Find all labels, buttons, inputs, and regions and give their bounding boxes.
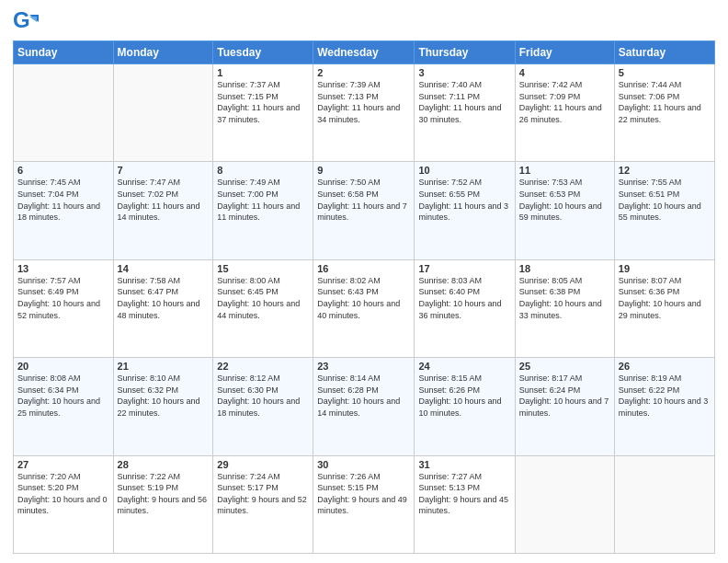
calendar-cell: 12Sunrise: 7:55 AM Sunset: 6:51 PM Dayli…: [614, 162, 714, 259]
day-number: 8: [217, 165, 309, 176]
day-info: Sunrise: 8:07 AM Sunset: 6:36 PM Dayligh…: [619, 275, 711, 321]
day-info: Sunrise: 7:45 AM Sunset: 7:04 PM Dayligh…: [17, 177, 109, 223]
day-number: 16: [317, 263, 410, 274]
week-row-3: 13Sunrise: 7:57 AM Sunset: 6:49 PM Dayli…: [14, 259, 715, 357]
day-number: 2: [317, 67, 410, 78]
week-row-2: 6Sunrise: 7:45 AM Sunset: 7:04 PM Daylig…: [14, 162, 715, 259]
day-info: Sunrise: 7:50 AM Sunset: 6:58 PM Dayligh…: [317, 177, 410, 223]
day-info: Sunrise: 8:00 AM Sunset: 6:45 PM Dayligh…: [217, 275, 309, 321]
day-info: Sunrise: 7:53 AM Sunset: 6:53 PM Dayligh…: [519, 177, 610, 223]
day-info: Sunrise: 7:49 AM Sunset: 7:00 PM Dayligh…: [217, 177, 309, 223]
day-header-tuesday: Tuesday: [213, 41, 313, 64]
day-info: Sunrise: 8:17 AM Sunset: 6:24 PM Dayligh…: [519, 373, 610, 419]
day-number: 10: [418, 165, 510, 176]
svg-marker-2: [29, 17, 37, 22]
day-number: 3: [418, 67, 510, 78]
calendar-cell: 20Sunrise: 8:08 AM Sunset: 6:34 PM Dayli…: [14, 358, 114, 455]
calendar-cell: 1Sunrise: 7:37 AM Sunset: 7:15 PM Daylig…: [213, 64, 313, 162]
day-number: 13: [17, 263, 109, 274]
day-number: 28: [118, 459, 210, 470]
day-info: Sunrise: 7:27 AM Sunset: 5:13 PM Dayligh…: [418, 471, 510, 517]
day-number: 31: [418, 459, 510, 470]
calendar-cell: 7Sunrise: 7:47 AM Sunset: 7:02 PM Daylig…: [113, 162, 213, 259]
calendar-cell: 29Sunrise: 7:24 AM Sunset: 5:17 PM Dayli…: [213, 455, 313, 553]
day-info: Sunrise: 7:52 AM Sunset: 6:55 PM Dayligh…: [418, 177, 510, 223]
day-info: Sunrise: 7:20 AM Sunset: 5:20 PM Dayligh…: [17, 471, 109, 517]
calendar-cell: 28Sunrise: 7:22 AM Sunset: 5:19 PM Dayli…: [113, 455, 213, 553]
calendar-cell: [614, 455, 714, 553]
day-number: 30: [317, 459, 410, 470]
day-info: Sunrise: 8:15 AM Sunset: 6:26 PM Dayligh…: [418, 373, 510, 419]
page: G SundayMondayTuesdayWednesdayThursdayFr…: [0, 0, 728, 563]
calendar-cell: 9Sunrise: 7:50 AM Sunset: 6:58 PM Daylig…: [313, 162, 415, 259]
calendar-cell: 5Sunrise: 7:44 AM Sunset: 7:06 PM Daylig…: [614, 64, 714, 162]
day-info: Sunrise: 7:57 AM Sunset: 6:49 PM Dayligh…: [17, 275, 109, 321]
day-number: 1: [217, 67, 309, 78]
day-header-monday: Monday: [113, 41, 213, 64]
day-number: 9: [317, 165, 410, 176]
calendar-cell: 11Sunrise: 7:53 AM Sunset: 6:53 PM Dayli…: [515, 162, 614, 259]
calendar-cell: 23Sunrise: 8:14 AM Sunset: 6:28 PM Dayli…: [313, 358, 415, 455]
calendar-cell: 25Sunrise: 8:17 AM Sunset: 6:24 PM Dayli…: [515, 358, 614, 455]
day-number: 29: [217, 459, 309, 470]
calendar-cell: 3Sunrise: 7:40 AM Sunset: 7:11 PM Daylig…: [415, 64, 515, 162]
day-number: 6: [17, 165, 109, 176]
day-info: Sunrise: 7:40 AM Sunset: 7:11 PM Dayligh…: [418, 79, 510, 125]
day-number: 24: [418, 361, 510, 372]
day-info: Sunrise: 8:08 AM Sunset: 6:34 PM Dayligh…: [17, 373, 109, 419]
day-header-saturday: Saturday: [614, 41, 714, 64]
week-row-1: 1Sunrise: 7:37 AM Sunset: 7:15 PM Daylig…: [14, 64, 715, 162]
day-number: 7: [118, 165, 210, 176]
calendar-cell: 27Sunrise: 7:20 AM Sunset: 5:20 PM Dayli…: [14, 455, 114, 553]
day-info: Sunrise: 7:47 AM Sunset: 7:02 PM Dayligh…: [118, 177, 210, 223]
calendar-cell: 15Sunrise: 8:00 AM Sunset: 6:45 PM Dayli…: [213, 259, 313, 357]
logo: G: [13, 9, 40, 35]
calendar-cell: 21Sunrise: 8:10 AM Sunset: 6:32 PM Dayli…: [113, 358, 213, 455]
calendar-cell: 4Sunrise: 7:42 AM Sunset: 7:09 PM Daylig…: [515, 64, 614, 162]
day-info: Sunrise: 8:02 AM Sunset: 6:43 PM Dayligh…: [317, 275, 410, 321]
day-number: 26: [619, 361, 711, 372]
logo-icon: G: [13, 9, 39, 35]
calendar-cell: 10Sunrise: 7:52 AM Sunset: 6:55 PM Dayli…: [415, 162, 515, 259]
week-row-5: 27Sunrise: 7:20 AM Sunset: 5:20 PM Dayli…: [14, 455, 715, 553]
calendar-cell: 16Sunrise: 8:02 AM Sunset: 6:43 PM Dayli…: [313, 259, 415, 357]
calendar-cell: 17Sunrise: 8:03 AM Sunset: 6:40 PM Dayli…: [415, 259, 515, 357]
day-info: Sunrise: 7:26 AM Sunset: 5:15 PM Dayligh…: [317, 471, 410, 517]
day-number: 12: [619, 165, 711, 176]
day-info: Sunrise: 7:44 AM Sunset: 7:06 PM Dayligh…: [619, 79, 711, 125]
calendar-cell: 19Sunrise: 8:07 AM Sunset: 6:36 PM Dayli…: [614, 259, 714, 357]
calendar-cell: 2Sunrise: 7:39 AM Sunset: 7:13 PM Daylig…: [313, 64, 415, 162]
day-info: Sunrise: 8:03 AM Sunset: 6:40 PM Dayligh…: [418, 275, 510, 321]
day-header-friday: Friday: [515, 41, 614, 64]
calendar-cell: 18Sunrise: 8:05 AM Sunset: 6:38 PM Dayli…: [515, 259, 614, 357]
day-header-thursday: Thursday: [415, 41, 515, 64]
day-number: 4: [519, 67, 610, 78]
day-number: 5: [619, 67, 711, 78]
day-info: Sunrise: 7:55 AM Sunset: 6:51 PM Dayligh…: [619, 177, 711, 223]
calendar-header-row: SundayMondayTuesdayWednesdayThursdayFrid…: [14, 41, 715, 64]
calendar-cell: 30Sunrise: 7:26 AM Sunset: 5:15 PM Dayli…: [313, 455, 415, 553]
day-info: Sunrise: 8:10 AM Sunset: 6:32 PM Dayligh…: [118, 373, 210, 419]
svg-text:G: G: [13, 9, 30, 32]
day-number: 17: [418, 263, 510, 274]
calendar-cell: [14, 64, 114, 162]
day-number: 15: [217, 263, 309, 274]
header: G: [13, 9, 715, 35]
day-header-sunday: Sunday: [14, 41, 114, 64]
calendar-cell: 31Sunrise: 7:27 AM Sunset: 5:13 PM Dayli…: [415, 455, 515, 553]
week-row-4: 20Sunrise: 8:08 AM Sunset: 6:34 PM Dayli…: [14, 358, 715, 455]
calendar-cell: 13Sunrise: 7:57 AM Sunset: 6:49 PM Dayli…: [14, 259, 114, 357]
day-info: Sunrise: 8:12 AM Sunset: 6:30 PM Dayligh…: [217, 373, 309, 419]
day-number: 14: [118, 263, 210, 274]
calendar-cell: 14Sunrise: 7:58 AM Sunset: 6:47 PM Dayli…: [113, 259, 213, 357]
calendar-cell: 24Sunrise: 8:15 AM Sunset: 6:26 PM Dayli…: [415, 358, 515, 455]
day-info: Sunrise: 7:42 AM Sunset: 7:09 PM Dayligh…: [519, 79, 610, 125]
day-info: Sunrise: 8:14 AM Sunset: 6:28 PM Dayligh…: [317, 373, 410, 419]
day-info: Sunrise: 8:19 AM Sunset: 6:22 PM Dayligh…: [619, 373, 711, 419]
day-number: 11: [519, 165, 610, 176]
day-number: 22: [217, 361, 309, 372]
calendar-cell: 6Sunrise: 7:45 AM Sunset: 7:04 PM Daylig…: [14, 162, 114, 259]
day-number: 19: [619, 263, 711, 274]
calendar-cell: 8Sunrise: 7:49 AM Sunset: 7:00 PM Daylig…: [213, 162, 313, 259]
day-number: 23: [317, 361, 410, 372]
